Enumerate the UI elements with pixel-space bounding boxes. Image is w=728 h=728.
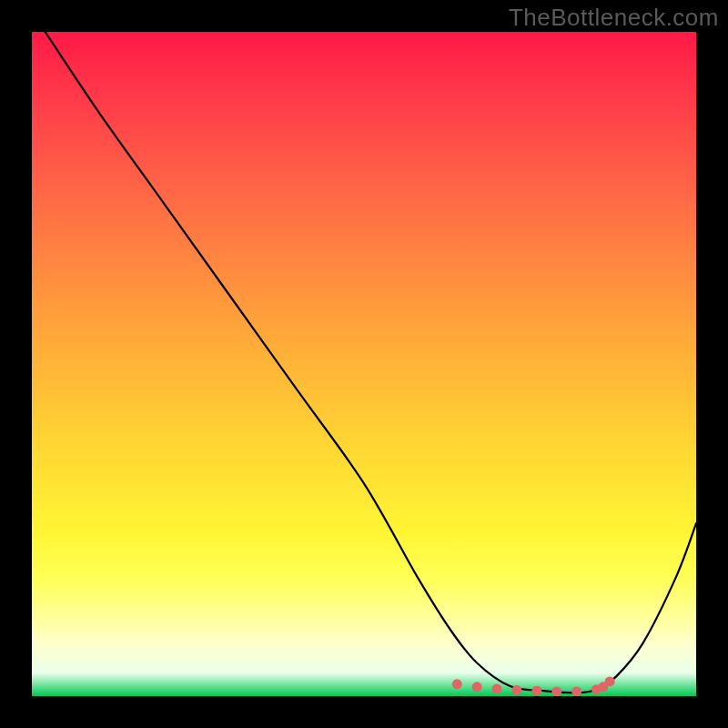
fit-marker (605, 676, 615, 686)
watermark-label: TheBottleneck.com (509, 4, 719, 32)
fit-marker (472, 682, 482, 692)
fit-marker (511, 685, 521, 695)
fit-marker (531, 686, 541, 696)
chart-frame: TheBottleneck.com (0, 0, 728, 728)
fit-marker (452, 679, 462, 689)
fit-marker (571, 686, 581, 696)
plot-area (32, 32, 696, 696)
fit-marker (551, 686, 561, 696)
chart-overlay (32, 32, 696, 696)
fit-markers-group (452, 676, 615, 696)
curve-line (46, 32, 696, 693)
fit-marker (492, 683, 502, 693)
